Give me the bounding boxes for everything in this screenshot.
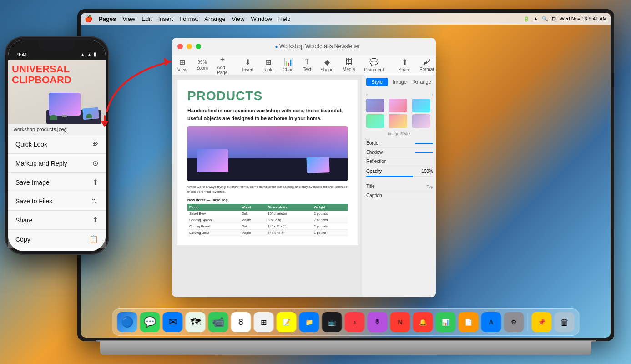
iphone-notch	[39, 40, 75, 51]
dock-numbers[interactable]: 📊	[436, 312, 456, 332]
chart-icon: 📊	[284, 58, 293, 66]
doc-image[interactable]	[187, 126, 348, 181]
menubar-file[interactable]: View	[122, 15, 135, 22]
toolbar-comment[interactable]: 💬 Comment	[362, 57, 385, 73]
dock-reminders[interactable]: 🔔	[413, 312, 433, 332]
iphone-filename-bar: workshop-products.jpeg	[8, 124, 106, 135]
shadow-color[interactable]	[415, 152, 433, 153]
menubar-edit[interactable]: Edit	[141, 15, 151, 22]
style-thumb-3[interactable]	[412, 99, 430, 112]
save-to-files-icon: 🗂	[91, 197, 98, 205]
toolbar-table[interactable]: ⊞ Table	[261, 57, 275, 73]
shadow-label: Shadow	[366, 150, 383, 155]
dock-files[interactable]: 📁	[299, 312, 319, 332]
menubar-format[interactable]: Format	[179, 15, 198, 22]
iphone-battery-icon: ▮	[94, 51, 96, 57]
photo-plant1	[50, 115, 57, 120]
menu-item-quick-look[interactable]: Quick Look 👁	[8, 135, 106, 154]
toolbar-share[interactable]: ⬆ Share	[397, 57, 413, 73]
battery-icon: 🔋	[523, 16, 530, 22]
col-weight: Weight	[312, 204, 348, 211]
search-icon[interactable]: 🔍	[542, 16, 548, 22]
style-thumb-4[interactable]	[366, 114, 384, 128]
apple-menu[interactable]: 🍎	[85, 15, 92, 22]
tab-arrange[interactable]: Arrange	[411, 78, 433, 86]
iphone-time: 9:41	[17, 52, 27, 57]
document-page: PRODUCTS Handcrafted in our spacious wor…	[177, 80, 358, 245]
dock-divider	[528, 313, 528, 331]
dock-appstore[interactable]: A	[481, 312, 501, 332]
reflection-label: Reflection	[366, 159, 386, 164]
toolbar-media[interactable]: 🖼 Media	[341, 57, 357, 73]
menu-item-save-to-files[interactable]: Save to Files 🗂	[8, 192, 106, 211]
menubar-help[interactable]: Help	[278, 15, 291, 22]
toolbar-format[interactable]: 🖌 Format	[418, 57, 436, 73]
format-icon: 🖌	[423, 58, 430, 66]
dock-news[interactable]: N	[390, 312, 410, 332]
doc-table: Piece Wood Dimensions Weight Salad Bowl …	[187, 204, 348, 236]
control-center-icon[interactable]: ⊞	[552, 16, 556, 22]
menubar-arrange[interactable]: Arrange	[204, 15, 225, 22]
toolbar-insert[interactable]: ⬇ Insert	[240, 57, 255, 73]
macbook-screen-inner: 🍎 Pages View Edit Insert Format Arrange …	[81, 13, 611, 338]
dock-calendar[interactable]: 8	[231, 312, 251, 332]
dock-podcasts[interactable]: 🎙	[368, 312, 388, 332]
tab-style[interactable]: Style	[366, 78, 388, 86]
dock-pages[interactable]: 📄	[459, 312, 479, 332]
menubar-view[interactable]: View	[232, 15, 245, 22]
menu-item-save-image[interactable]: Save Image ⬆	[8, 173, 106, 192]
copy-icon: 📋	[89, 235, 98, 243]
toolbar-chart[interactable]: 📊 Chart	[281, 57, 295, 73]
menubar-app-name[interactable]: Pages	[99, 15, 116, 22]
macbook-base	[100, 341, 591, 355]
add-page-icon: ＋	[219, 55, 226, 64]
menubar-insert[interactable]: Insert	[158, 15, 173, 22]
iphone-signal-icon: ▲	[80, 52, 85, 57]
dock-maps[interactable]: 🗺	[186, 312, 206, 332]
toolbar-view[interactable]: ⊞ View	[176, 57, 189, 73]
save-image-icon: ⬆	[92, 178, 98, 187]
save-to-files-label: Save to Files	[15, 197, 52, 205]
dock-facetime[interactable]: 📹	[208, 312, 228, 332]
toolbar-add-page[interactable]: ＋ Add Page	[215, 54, 229, 76]
menubar: 🍎 Pages View Edit Insert Format Arrange …	[81, 13, 611, 25]
menubar-window[interactable]: Window	[251, 15, 272, 22]
dock-trash[interactable]: 🗑	[555, 312, 575, 332]
datetime-display: Wed Nov 16 9:41 AM	[560, 16, 607, 21]
doc-caption-text: While we're always trying out new forms,…	[187, 185, 348, 194]
dock-stickies[interactable]: 📌	[532, 312, 552, 332]
style-thumb-1[interactable]	[366, 99, 384, 112]
format-sidebar: Style Image Arrange ‹ ›	[363, 75, 436, 297]
col-wood: Wood	[240, 204, 266, 211]
fullscreen-button[interactable]	[196, 44, 201, 49]
dock-notes[interactable]: 📝	[277, 312, 297, 332]
close-button[interactable]	[177, 44, 183, 49]
dock-launchpad[interactable]: ⊞	[254, 312, 274, 332]
toolbar-text[interactable]: T Text	[301, 57, 313, 73]
style-thumb-2[interactable]	[389, 99, 407, 112]
iphone-context-menu: Quick Look 👁 Markup and Reply ⊙ Save Ima…	[8, 135, 106, 248]
style-thumb-6[interactable]	[412, 114, 430, 128]
dock-appletv[interactable]: 📺	[322, 312, 342, 332]
tab-image[interactable]: Image	[389, 78, 411, 86]
dock-mail[interactable]: ✉	[163, 312, 183, 332]
filename-text: workshop-products.jpeg	[14, 126, 67, 132]
menu-item-share[interactable]: Share ⬆	[8, 211, 106, 230]
reflection-row: Reflection	[366, 157, 433, 166]
dock-syspreferences[interactable]: ⚙	[504, 312, 524, 332]
border-color[interactable]	[415, 143, 433, 144]
dock-music[interactable]: ♪	[345, 312, 365, 332]
toolbar-shape[interactable]: ◆ Shape	[318, 57, 335, 73]
style-thumb-5[interactable]	[389, 114, 407, 128]
minimize-button[interactable]	[187, 44, 192, 49]
toolbar-zoom[interactable]: 99% Zoom	[195, 59, 210, 71]
menu-item-markup-reply[interactable]: Markup and Reply ⊙	[8, 154, 106, 173]
menu-item-copy[interactable]: Copy 📋	[8, 230, 106, 248]
dock-messages[interactable]: 💬	[140, 312, 160, 332]
dock-finder[interactable]: 🔵	[117, 312, 137, 332]
share-icon: ⬆	[402, 58, 408, 66]
col-dimensions: Dimensions	[266, 204, 312, 211]
sidebar-tab-row: Style Image Arrange	[363, 75, 436, 86]
opacity-slider[interactable]	[366, 176, 433, 177]
markup-reply-label: Markup and Reply	[15, 160, 67, 167]
